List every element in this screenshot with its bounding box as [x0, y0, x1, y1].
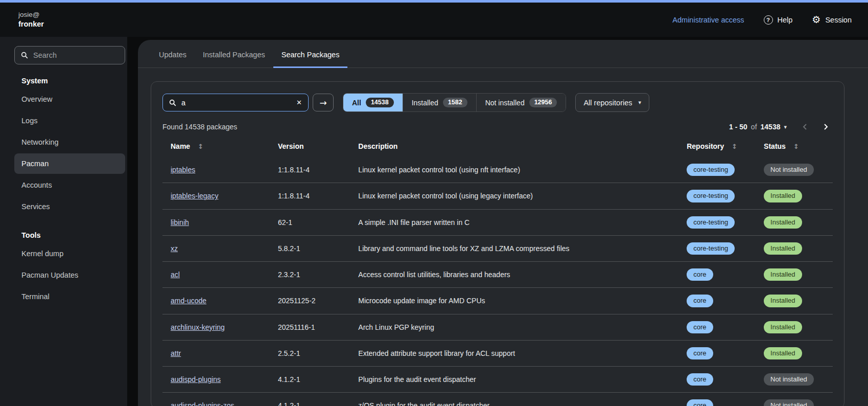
sort-icon[interactable]: ↕: [793, 143, 799, 150]
help-menu[interactable]: ? Help: [764, 15, 793, 25]
package-description: Extended attribute support library for A…: [350, 340, 678, 366]
session-menu[interactable]: ⚙ Session: [812, 15, 852, 25]
clear-search-icon[interactable]: ✕: [296, 99, 302, 106]
status-badge: Installed: [764, 321, 802, 333]
status-badge: Installed: [764, 268, 802, 281]
package-name-link[interactable]: iptables: [171, 166, 195, 174]
tab-bar: Updates Installed Packages Search Packag…: [138, 40, 868, 68]
repositories-dropdown[interactable]: All repositories ▾: [575, 93, 649, 112]
filter-all-count: 14538: [366, 98, 394, 108]
masthead: josie@ fronker Administrative access ? H…: [0, 3, 868, 37]
tab-search-packages[interactable]: Search Packages: [273, 40, 348, 68]
filter-installed-count: 1582: [443, 98, 467, 108]
table-row: attr 2.5.2-1 Extended attribute support …: [162, 340, 833, 366]
pagination-of: of: [751, 123, 757, 131]
filter-installed[interactable]: Installed 1582: [403, 94, 476, 111]
repository-badge: core: [687, 399, 713, 406]
package-version: 1:1.8.11-4: [270, 157, 350, 183]
previous-page-button[interactable]: [802, 123, 808, 130]
sidebar-item-logs[interactable]: Logs: [14, 110, 125, 131]
package-name-link[interactable]: xz: [171, 244, 178, 253]
sidebar-item-pacman[interactable]: Pacman: [14, 153, 125, 174]
table-row: audispd-plugins-zos 4.1.2-1 z/OS plugin …: [162, 393, 833, 406]
table-row: iptables 1:1.8.11-4 Linux kernel packet …: [162, 157, 833, 183]
package-search-input[interactable]: [181, 99, 291, 107]
package-version: 20251116-1: [270, 314, 350, 340]
repository-badge: core: [687, 268, 713, 281]
sidebar-section-tools: Tools: [14, 225, 125, 243]
package-version: 2.3.2-1: [270, 262, 350, 288]
status-badge: Installed: [764, 216, 802, 229]
package-version: 1:1.8.11-4: [270, 183, 350, 209]
package-description: Arch Linux PGP keyring: [350, 314, 678, 340]
package-description: A simple .INI file parser written in C: [350, 209, 678, 235]
sort-icon[interactable]: ↕: [732, 143, 737, 150]
chevron-left-icon: [802, 123, 808, 130]
column-header-name: Name: [171, 142, 190, 150]
found-packages-text: Found 14538 packages: [162, 123, 237, 131]
sidebar-item-kernel-dump[interactable]: Kernel dump: [14, 243, 125, 264]
sidebar-item-overview[interactable]: Overview: [14, 89, 125, 109]
filter-not-installed[interactable]: Not installed 12956: [476, 94, 566, 111]
package-version: 62-1: [270, 209, 350, 235]
package-version: 4.1.2-1: [270, 367, 350, 393]
status-badge: Installed: [764, 242, 802, 255]
search-icon: [21, 52, 28, 59]
sidebar-search-input[interactable]: [33, 51, 110, 59]
package-description: Access control list utilities, libraries…: [350, 262, 678, 288]
package-version: 20251125-2: [270, 288, 350, 314]
filter-installed-label: Installed: [412, 99, 438, 107]
table-row: amd-ucode 20251125-2 Microcode update im…: [162, 288, 833, 314]
sidebar-item-pacman-updates[interactable]: Pacman Updates: [14, 265, 125, 285]
package-description: Microcode update image for AMD CPUs: [350, 288, 678, 314]
repository-badge: core: [687, 295, 713, 307]
pagination-range: 1 - 50: [729, 123, 747, 131]
tab-updates[interactable]: Updates: [151, 40, 195, 68]
page-panel: Updates Installed Packages Search Packag…: [138, 40, 868, 406]
sidebar-search-box[interactable]: [14, 46, 125, 64]
chevron-down-icon: ▾: [639, 99, 642, 106]
package-name-link[interactable]: iptables-legacy: [171, 192, 218, 200]
sidebar-item-networking[interactable]: Networking: [14, 132, 125, 152]
package-search-box[interactable]: ✕: [162, 94, 309, 111]
next-page-button[interactable]: [823, 123, 829, 130]
search-toolbar: ✕ → All 14538 Installed 1582: [151, 82, 844, 112]
package-description: Linux kernel packet control tool (using …: [350, 183, 678, 209]
package-description: Plugins for the audit event dispatcher: [350, 367, 678, 393]
tab-installed-packages[interactable]: Installed Packages: [195, 40, 273, 68]
session-label: Session: [825, 16, 852, 24]
package-name-link[interactable]: acl: [171, 270, 180, 279]
package-name-link[interactable]: amd-ucode: [171, 297, 206, 305]
package-name-link[interactable]: libinih: [171, 218, 189, 227]
table-header-row: Name↕ Version Description Repository↕ St…: [162, 137, 833, 157]
search-submit-button[interactable]: →: [313, 94, 334, 111]
package-version: 4.1.2-1: [270, 393, 350, 406]
table-row: iptables-legacy 1:1.8.11-4 Linux kernel …: [162, 183, 833, 209]
repository-badge: core-testing: [687, 216, 735, 229]
repository-badge: core-testing: [687, 242, 735, 255]
table-row: archlinux-keyring 20251116-1 Arch Linux …: [162, 314, 833, 340]
sidebar-item-services[interactable]: Services: [14, 196, 125, 217]
package-description: Library and command line tools for XZ an…: [350, 235, 678, 261]
content-area: Updates Installed Packages Search Packag…: [127, 37, 868, 406]
filter-all[interactable]: All 14538: [343, 94, 403, 111]
package-name-link[interactable]: audispd-plugins: [171, 375, 221, 384]
package-name-link[interactable]: attr: [171, 349, 181, 357]
package-name-link[interactable]: archlinux-keyring: [171, 323, 225, 331]
table-row: xz 5.8.2-1 Library and command line tool…: [162, 235, 833, 261]
administrative-access-link[interactable]: Administrative access: [672, 16, 744, 24]
filter-all-label: All: [352, 99, 361, 107]
pagination-total: 14538: [761, 123, 781, 131]
table-row: acl 2.3.2-1 Access control list utilitie…: [162, 262, 833, 288]
sort-icon[interactable]: ↕: [198, 143, 203, 150]
status-filter-group: All 14538 Installed 1582 Not installed 1…: [343, 93, 566, 112]
package-name-link[interactable]: audispd-plugins-zos: [171, 401, 234, 406]
brand-block[interactable]: josie@ fronker: [18, 10, 44, 30]
status-badge: Not installed: [764, 399, 814, 406]
pagination-menu-toggle[interactable]: 1 - 50 of 14538 ▾: [729, 123, 787, 131]
repository-badge: core-testing: [687, 190, 735, 202]
sidebar-item-accounts[interactable]: Accounts: [14, 175, 125, 195]
sidebar-item-terminal[interactable]: Terminal: [14, 286, 125, 307]
column-header-description: Description: [350, 137, 678, 157]
gear-icon: ⚙: [812, 15, 820, 25]
